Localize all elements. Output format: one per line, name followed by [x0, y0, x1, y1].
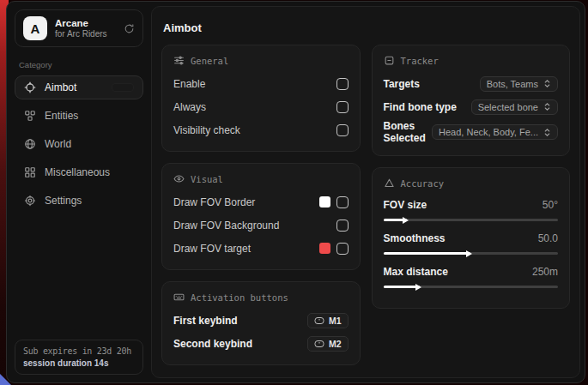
chevron-updown-icon: [543, 102, 551, 111]
setting-label: Draw FOV target: [173, 243, 251, 255]
eye-icon: [173, 173, 185, 184]
sidebar-item-miscellaneous[interactable]: Miscellaneous: [15, 160, 143, 184]
mouse-icon: [314, 340, 324, 348]
setting-label: Visibility check: [173, 124, 240, 136]
card-title: Activation buttons: [191, 292, 288, 303]
slider-fill: [384, 252, 471, 255]
setting-label: Smoothness: [384, 232, 446, 244]
setting-row: Always: [173, 97, 349, 117]
setting-row: Visibility check: [173, 120, 349, 140]
setting-row: Find bone type Selected bone: [384, 97, 559, 117]
screen: A Arcane for Arc Riders Category Aimbot: [0, 0, 588, 385]
slider-thumb[interactable]: [466, 250, 472, 257]
sub-expiry-text: Sub expires in 23d 20h: [23, 346, 135, 356]
keyboard-icon: [173, 292, 185, 303]
slider-thumb[interactable]: [415, 284, 421, 291]
accuracy-card: Accuracy FOV size 50°: [372, 167, 571, 309]
setting-label: First keybind: [173, 315, 238, 327]
keybind-value: M1: [329, 316, 342, 326]
tracker-card: Tracker Targets Bots, Teams: [372, 45, 571, 156]
setting-row: Enable: [173, 74, 349, 93]
gear-icon: [24, 195, 36, 207]
activation-card: Activation buttons First keybind M1: [161, 281, 361, 365]
sidebar: A Arcane for Arc Riders Category Aimbot: [7, 2, 151, 382]
slider-row: Smoothness 50.0: [384, 230, 559, 255]
max-distance-slider[interactable]: [384, 286, 559, 288]
card-title: Accuracy: [401, 178, 445, 189]
fov-border-color-swatch[interactable]: [319, 196, 330, 208]
sidebar-item-entities[interactable]: Entities: [15, 104, 143, 128]
setting-row: Draw FOV Background: [173, 215, 349, 235]
setting-label: Max distance: [384, 266, 448, 278]
boxes-icon: [24, 110, 36, 122]
chevron-updown-icon: [543, 128, 551, 137]
app-window: A Arcane for Arc Riders Category Aimbot: [6, 1, 585, 383]
bones-selected-select[interactable]: Head, Neck, Body, Fe...: [432, 124, 558, 140]
sidebar-nav: Aimbot Entities World: [15, 75, 143, 213]
sidebar-item-label: Miscellaneous: [45, 166, 110, 178]
sidebar-item-label: Entities: [45, 110, 78, 122]
scan-icon: [384, 55, 395, 66]
visibility-check-checkbox[interactable]: [336, 124, 349, 136]
slider-value: 250m: [532, 266, 558, 278]
setting-label: Enable: [173, 78, 205, 90]
second-keybind-button[interactable]: M2: [307, 336, 349, 352]
card-title: Tracker: [401, 56, 439, 66]
globe-icon: [24, 138, 36, 150]
setting-label: FOV size: [384, 199, 427, 211]
slider-fill: [384, 219, 407, 221]
crosshair-icon: [24, 81, 36, 93]
brand-text: Arcane for Arc Riders: [55, 18, 107, 39]
triangle-icon: [384, 177, 395, 189]
setting-label: Find bone type: [384, 101, 457, 113]
smoothness-slider[interactable]: [384, 252, 559, 255]
setting-row: Targets Bots, Teams: [384, 74, 559, 93]
sidebar-item-label: Aimbot: [45, 81, 76, 93]
setting-label: Bones Selected: [384, 120, 433, 144]
app-logo: A: [23, 16, 47, 40]
ghost-badge: [112, 83, 134, 92]
left-column: General Enable Always Visibility check: [161, 45, 361, 365]
slider-thumb[interactable]: [403, 217, 409, 224]
slider-row: Max distance 250m: [384, 263, 559, 288]
first-keybind-button[interactable]: M1: [307, 313, 349, 328]
grid-icon: [24, 166, 36, 178]
keybind-value: M2: [329, 339, 342, 349]
setting-label: Draw FOV Border: [173, 196, 255, 208]
mouse-icon: [314, 316, 324, 325]
enable-checkbox[interactable]: [336, 78, 349, 90]
draw-fov-border-checkbox[interactable]: [336, 196, 349, 208]
setting-row: First keybind M1: [173, 310, 349, 330]
main-panel: Aimbot General Enable: [151, 6, 580, 378]
setting-label: Draw FOV Background: [173, 220, 279, 232]
page-title: Aimbot: [161, 15, 570, 45]
fov-size-slider[interactable]: [384, 219, 559, 221]
setting-row: Second keybind M2: [173, 334, 349, 353]
select-value: Selected bone: [478, 102, 538, 112]
select-value: Head, Neck, Body, Fe...: [439, 127, 538, 137]
fov-target-color-swatch[interactable]: [319, 243, 330, 254]
sidebar-item-label: Settings: [45, 195, 82, 207]
sidebar-item-label: World: [45, 138, 71, 150]
slider-row: FOV size 50°: [384, 196, 559, 221]
sliders-icon: [173, 55, 185, 66]
slider-fill: [384, 286, 421, 288]
setting-row: Draw FOV target: [173, 238, 349, 258]
draw-fov-background-checkbox[interactable]: [336, 220, 349, 232]
setting-row: Bones Selected Head, Neck, Body, Fe...: [384, 120, 559, 144]
targets-select[interactable]: Bots, Teams: [480, 76, 558, 92]
sidebar-item-aimbot[interactable]: Aimbot: [15, 75, 143, 99]
draw-fov-target-checkbox[interactable]: [336, 243, 349, 255]
refresh-icon[interactable]: [124, 23, 135, 34]
sidebar-item-world[interactable]: World: [15, 132, 143, 156]
always-checkbox[interactable]: [336, 101, 349, 113]
setting-label: Targets: [384, 78, 420, 90]
sidebar-item-settings[interactable]: Settings: [15, 189, 143, 213]
category-label: Category: [19, 60, 139, 69]
general-card: General Enable Always Visibility check: [161, 45, 361, 152]
find-bone-type-select[interactable]: Selected bone: [471, 99, 558, 115]
card-title: Visual: [191, 174, 223, 184]
setting-row: Draw FOV Border: [173, 192, 349, 212]
chevron-updown-icon: [543, 79, 551, 88]
setting-label: Always: [173, 101, 206, 113]
